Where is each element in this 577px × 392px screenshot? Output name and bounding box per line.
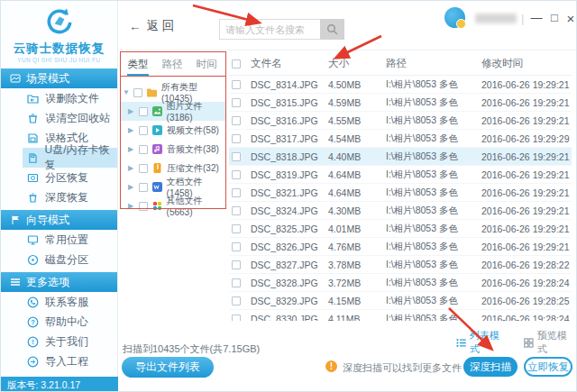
row-checkbox[interactable] — [232, 152, 241, 161]
file-row[interactable]: DSC_8326.JPG4.76MBI:\相片\8053 多色2016-06-2… — [229, 238, 572, 256]
file-size: 4.54MB — [328, 133, 386, 144]
file-row-highlighted[interactable]: DSC_8318.JPG4.40MBI:\相片\8053 多色2016-06-2… — [229, 148, 572, 166]
file-time: 2016-06-26 19:29:21 — [481, 205, 572, 216]
file-name: DSC_8330.JPG — [251, 314, 328, 322]
checkbox[interactable] — [139, 164, 148, 173]
tree-item-audio[interactable]: ▶ 音频文件(38) — [121, 140, 225, 159]
file-row[interactable]: DSC_8315.JPG4.59MBI:\相片\8053 多色2016-06-2… — [229, 94, 572, 112]
sidebar-item-disk-partition[interactable]: 磁盘分区 — [23, 250, 117, 269]
file-row[interactable]: DSC_8324.JPG4.30MBI:\相片\8053 多色2016-06-2… — [229, 202, 572, 220]
row-checkbox[interactable] — [232, 170, 241, 179]
caret-right-icon[interactable]: ▶ — [128, 183, 135, 191]
sidebar-item-deep-recovery[interactable]: 深度恢复 — [23, 187, 117, 207]
sidebar-item-label: 误清空回收站 — [45, 111, 110, 126]
file-path: I:\相片\8053 多色 — [386, 187, 481, 199]
tree-item-videos[interactable]: ▶ 视频文件(58) — [121, 121, 225, 140]
row-checkbox[interactable] — [232, 242, 241, 251]
sidebar-item-recycle-bin[interactable]: 误清空回收站 — [23, 108, 117, 128]
row-checkbox[interactable] — [232, 224, 241, 233]
preview-mode-button[interactable]: 预览模式 — [524, 329, 576, 356]
checkbox[interactable] — [139, 107, 148, 116]
caret-right-icon[interactable]: ▶ — [128, 145, 135, 153]
monitor-icon — [27, 234, 39, 246]
sidebar-section-label: 向导模式 — [26, 210, 69, 230]
file-path: I:\相片\8053 多色 — [386, 114, 481, 127]
recover-now-button[interactable]: 立即恢复 — [524, 357, 572, 377]
row-checkbox[interactable] — [232, 98, 241, 107]
row-checkbox[interactable] — [232, 315, 241, 322]
file-row[interactable]: DSC_8325.JPG4.01MBI:\相片\8053 多色2016-06-2… — [229, 220, 572, 238]
sidebar-item-help-center[interactable]: ? 帮助中心 — [23, 312, 117, 332]
search-input[interactable] — [219, 19, 320, 40]
search-bar — [219, 19, 344, 40]
column-path[interactable]: 路径 — [386, 57, 481, 70]
file-row[interactable]: DSC_8321.JPG4.64MBI:\相片\8053 多色2016-06-2… — [229, 184, 572, 202]
caret-right-icon[interactable]: ▶ — [128, 107, 135, 115]
deep-scan-button[interactable]: 深度扫描 — [463, 357, 517, 377]
topbar: ← 返 回 | — □ × — [118, 1, 577, 50]
tree-item-archives[interactable]: ▶ 压缩文件(32) — [121, 159, 225, 178]
file-row[interactable]: DSC_8316.JPG4.55MBI:\相片\8053 多色2016-06-2… — [229, 112, 572, 130]
row-checkbox[interactable] — [232, 134, 241, 143]
sidebar-item-common-locations[interactable]: 常用位置 — [23, 230, 117, 250]
row-checkbox[interactable] — [232, 80, 241, 89]
sidebar-item-about-us[interactable]: ! 关于我们 — [23, 332, 117, 351]
caret-down-icon[interactable]: ▼ — [123, 88, 130, 96]
file-row[interactable]: DSC_8330.JPG4.11MBI:\相片\8053 多色2016-06-2… — [229, 310, 572, 321]
maximize-button[interactable]: □ — [547, 11, 562, 24]
row-checkbox[interactable] — [232, 278, 241, 287]
caret-right-icon[interactable]: ▶ — [128, 126, 135, 134]
file-row[interactable]: DSC_8314.JPG4.50MBI:\相片\8053 多色2016-06-2… — [229, 76, 572, 94]
file-path: I:\相片\8053 多色 — [386, 205, 481, 217]
file-row[interactable]: DSC_8317.JPG4.54MBI:\相片\8053 多色2016-06-2… — [229, 130, 572, 148]
file-time: 2016-06-26 19:29:21 — [481, 187, 572, 198]
checkbox[interactable] — [139, 126, 148, 135]
file-row[interactable]: DSC_8327.JPG3.78MBI:\相片\8053 多色2016-06-2… — [229, 256, 572, 274]
tree-item-images[interactable]: ▶ 图片文件(3186) — [121, 102, 225, 121]
checkbox[interactable] — [139, 183, 148, 192]
app-subtitle: YUN QI SHI SHU JU HUI FU — [6, 57, 111, 62]
file-type-tree: ▼ 所有类型(10435) ▶ 图片文件(3186) ▶ 视频文件(58) ▶ — [121, 83, 225, 215]
list-mode-button[interactable]: 列表模式 — [456, 329, 508, 356]
file-row[interactable]: DSC_8329.JPG4.15MBI:\相片\8053 多色2016-06-2… — [229, 292, 572, 310]
back-button[interactable]: ← 返 回 — [129, 18, 174, 34]
sidebar-item-deleted-files[interactable]: 误删除文件 — [23, 88, 117, 108]
caret-right-icon[interactable]: ▶ — [128, 202, 135, 210]
tree-item-all-types[interactable]: ▼ 所有类型(10435) — [121, 83, 225, 102]
tree-item-other[interactable]: ▶ 其他文件(5663) — [121, 196, 225, 215]
search-button[interactable] — [320, 19, 344, 40]
file-list: 文件名 大小 路径 修改时间 DSC_8314.JPG4.50MBI:\相片\8… — [229, 52, 572, 321]
column-filename[interactable]: 文件名 — [251, 57, 328, 70]
checkbox[interactable] — [133, 88, 142, 97]
file-row[interactable]: DSC_8328.JPG3.72MBI:\相片\8053 多色2016-06-2… — [229, 274, 572, 292]
checkbox[interactable] — [139, 145, 148, 154]
sidebar-item-import-project[interactable]: 导入工程 — [23, 351, 117, 371]
sidebar-section-wizard: 向导模式 — [1, 210, 117, 230]
row-checkbox[interactable] — [232, 206, 241, 215]
export-list-button[interactable]: 导出文件列表 — [122, 357, 214, 378]
minimize-button[interactable]: — — [529, 11, 544, 24]
sidebar-item-label: 误删除文件 — [45, 91, 99, 106]
tab-path[interactable]: 路径 — [155, 58, 189, 71]
column-modified[interactable]: 修改时间 — [481, 57, 572, 70]
account-avatar[interactable] — [444, 7, 465, 28]
checkbox[interactable] — [139, 202, 148, 211]
tab-time[interactable]: 时间 — [189, 58, 224, 71]
column-size[interactable]: 大小 — [328, 57, 386, 70]
sidebar-item-contact-support[interactable]: 联系客服 — [23, 292, 117, 312]
video-file-icon — [151, 124, 163, 136]
file-row[interactable]: DSC_8319.JPG4.64MBI:\相片\8053 多色2016-06-2… — [229, 166, 572, 184]
tree-item-documents[interactable]: ▶ 文档文件(1458) — [121, 178, 225, 196]
row-checkbox[interactable] — [232, 116, 241, 125]
row-checkbox[interactable] — [232, 188, 241, 197]
row-checkbox[interactable] — [232, 260, 241, 269]
caret-right-icon[interactable]: ▶ — [128, 164, 135, 172]
select-all-checkbox[interactable] — [232, 59, 241, 68]
file-name: DSC_8327.JPG — [251, 260, 328, 270]
sidebar-item-usb-recovery[interactable]: U盘/内存卡恢复 — [23, 148, 117, 168]
sidebar-item-label: 关于我们 — [45, 334, 88, 350]
close-button[interactable]: × — [563, 11, 577, 26]
tab-type[interactable]: 类型 — [121, 58, 155, 71]
deep-recovery-icon — [27, 192, 39, 204]
row-checkbox[interactable] — [232, 296, 241, 305]
